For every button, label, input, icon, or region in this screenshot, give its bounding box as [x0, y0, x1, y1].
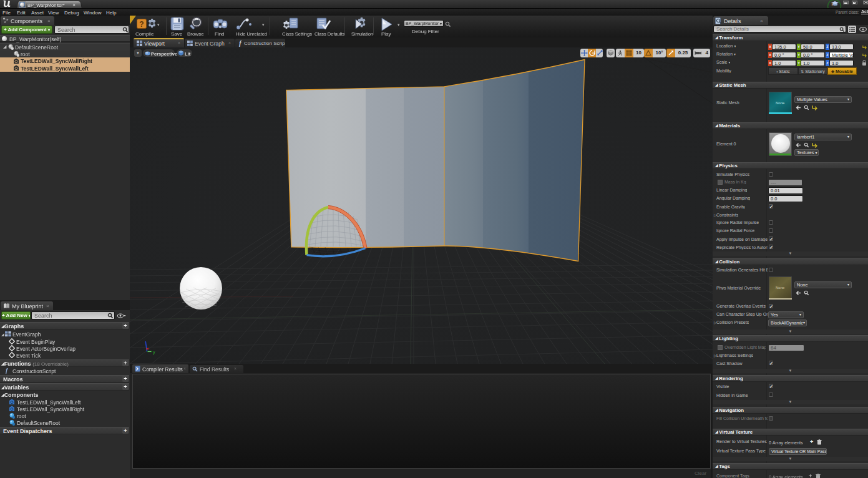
- svg-text:?: ?: [139, 20, 144, 29]
- svg-text:y: y: [153, 350, 155, 355]
